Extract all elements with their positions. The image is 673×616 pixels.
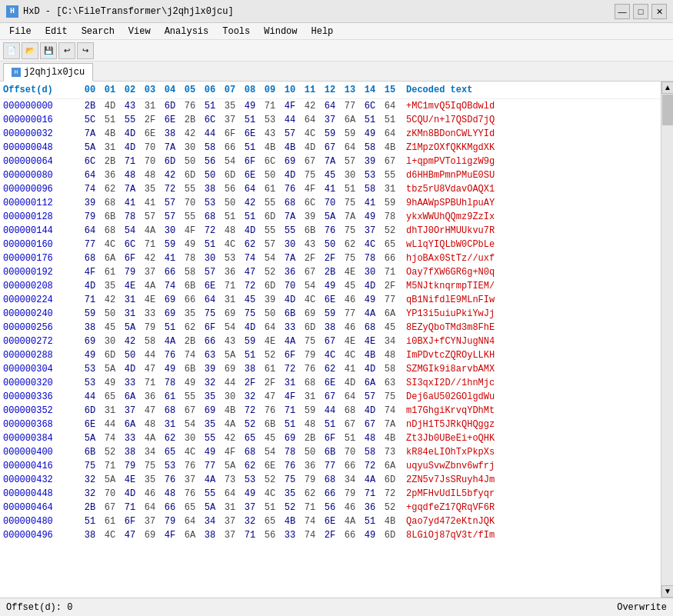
hex-byte: 31: [100, 405, 120, 417]
hex-byte: 6D: [380, 529, 400, 541]
hex-header-col: 12: [320, 85, 340, 95]
hex-byte: 79: [120, 266, 140, 278]
table-row[interactable]: 00000032053493371784932442F2F31686E4D6A6…: [0, 376, 661, 390]
table-row[interactable]: 0000004006B523834654C494F685478506B70587…: [0, 445, 661, 459]
toolbar-undo[interactable]: ↩: [58, 42, 75, 59]
hex-byte: 57: [140, 211, 160, 223]
table-row[interactable]: 00000008064364848426D506D6E504D754530535…: [0, 168, 661, 182]
table-row[interactable]: 000000272693042584A2B6643594E4A75674E4E3…: [0, 335, 661, 348]
row-decoded: 2pMFHvUdIL5bfyqr: [406, 488, 495, 500]
hex-byte: 49: [360, 529, 380, 541]
hex-byte: 64: [380, 100, 400, 112]
hex-byte: 71: [240, 529, 260, 541]
table-row[interactable]: 00000009674627A35725538566461764F4151583…: [0, 182, 661, 196]
table-row[interactable]: 000000176686A6F424178305374547A2F2F75786…: [0, 251, 661, 265]
hex-byte: 6D: [100, 349, 120, 361]
row-decoded: tbz5rU8VdavOAQX1: [406, 183, 495, 195]
hex-byte: 7A: [80, 128, 100, 140]
table-row[interactable]: 000000304535A4D47496B39693861727662414D5…: [0, 362, 661, 376]
table-row[interactable]: 000000160774C6C715949514C6257304350624C6…: [0, 238, 661, 251]
hex-byte: 36: [100, 169, 120, 181]
toolbar-new[interactable]: 📄: [3, 42, 20, 59]
close-button[interactable]: ✕: [651, 4, 667, 19]
menu-window[interactable]: Window: [258, 25, 303, 38]
hex-byte: 66: [200, 335, 220, 348]
row-offset: 000000448: [3, 488, 80, 500]
menu-help[interactable]: Help: [305, 25, 340, 38]
menu-view[interactable]: View: [122, 25, 157, 38]
app-icon: H: [6, 5, 18, 18]
hex-byte: 51: [240, 114, 260, 126]
table-row[interactable]: 0000004642B67716466655A31375152715646365…: [0, 501, 661, 514]
hex-byte: 6E: [140, 128, 160, 140]
table-row[interactable]: 000000496384C47694F6A3837715633742F66496…: [0, 528, 661, 542]
scrollbar[interactable]: ▲ ▼: [661, 82, 673, 598]
hex-byte: 68: [200, 211, 220, 223]
hex-byte: 35: [180, 308, 200, 320]
menu-analysis[interactable]: Analysis: [158, 25, 215, 38]
table-row[interactable]: 000000288496D50447674635A51526F794C4C4B4…: [0, 348, 661, 362]
tab-file[interactable]: H j2qhjlx0jcu: [3, 63, 93, 82]
hex-byte: 38: [120, 446, 140, 458]
table-row[interactable]: 0000003526D3137476867694B7276715944684D7…: [0, 404, 661, 418]
table-row[interactable]: 0000003845A74334A623055426545692B6F51484…: [0, 431, 661, 445]
table-row[interactable]: 00000011239684141577053504255686C7075415…: [0, 196, 661, 210]
table-row[interactable]: 00000025638455A7951626F544D64336D3846684…: [0, 321, 661, 335]
table-row[interactable]: 0000002084D354E4A746B6E71726D705449454D2…: [0, 279, 661, 293]
table-row[interactable]: 0000001446468544A304F72484D55556B7675375…: [0, 224, 661, 238]
table-row[interactable]: 0000003686E446A483154354A526B51485167677…: [0, 418, 661, 431]
hex-byte: 5A: [220, 460, 240, 472]
hex-byte: 4F: [280, 391, 300, 403]
hex-byte: 42: [180, 128, 200, 140]
table-row[interactable]: 00000048051616F377964343732654B746E4A514…: [0, 514, 661, 528]
row-offset: 000000368: [3, 418, 80, 431]
toolbar-open[interactable]: 📂: [22, 42, 38, 59]
hex-header-col: 06: [200, 85, 220, 95]
hex-byte: 53: [360, 169, 380, 181]
hex-byte: 6D: [380, 474, 400, 486]
table-row[interactable]: 0000000002B4D43316D76513549714F4264776C6…: [0, 99, 661, 113]
hex-byte: 48: [360, 432, 380, 445]
table-row[interactable]: 00000044832704D4648765564494C35626679717…: [0, 487, 661, 501]
scroll-up-button[interactable]: ▲: [661, 82, 673, 94]
hex-byte: 6B: [180, 280, 200, 292]
table-row[interactable]: 000000416757179755376775A626E76367766726…: [0, 459, 661, 473]
menu-tools[interactable]: Tools: [216, 25, 256, 38]
menu-file[interactable]: File: [3, 25, 38, 38]
hex-byte: 65: [240, 432, 260, 445]
table-row[interactable]: 000000432325A4E3576374A735352757968344A6…: [0, 473, 661, 487]
table-row[interactable]: 0000000165C51552F6E2B6C3751534464376A515…: [0, 113, 661, 127]
table-row[interactable]: 0000000485A314D707A305866514B4B4D6764584…: [0, 141, 661, 155]
hex-byte: 44: [280, 114, 300, 126]
hex-byte: 34: [380, 335, 400, 348]
hex-byte: 61: [260, 363, 280, 375]
toolbar-redo[interactable]: ↪: [77, 42, 94, 59]
row-offset: 000000144: [3, 225, 80, 237]
hex-byte: 6F: [320, 432, 340, 445]
hex-byte: 79: [80, 211, 100, 223]
table-row[interactable]: 0000000327A4B4D6E3842446F6E43574C5959496…: [0, 127, 661, 141]
row-decoded: l+qpmPVToligzW9g: [406, 155, 495, 168]
minimize-button[interactable]: —: [615, 4, 630, 19]
maximize-button[interactable]: □: [633, 4, 648, 19]
hex-byte: 51: [240, 349, 260, 361]
table-row[interactable]: 00000033644656A366155353032474F316764577…: [0, 390, 661, 404]
hex-byte: 6E: [320, 515, 340, 528]
table-row[interactable]: 0000000646C2B71706D5056546F6C69677A57396…: [0, 155, 661, 168]
hex-header-col: 07: [220, 85, 240, 95]
hex-body[interactable]: 0000000002B4D43316D76513549714F4264776C6…: [0, 99, 661, 598]
table-row[interactable]: 000000240595031336935756975506B6959774A6…: [0, 307, 661, 321]
menu-edit[interactable]: Edit: [39, 25, 74, 38]
table-row[interactable]: 0000001924F61793766585736475236672B4E307…: [0, 265, 661, 279]
table-row[interactable]: 0000002247142314E6966643145394D4C6E46497…: [0, 293, 661, 307]
table-row[interactable]: 000000128796B785757556851516D7A395A7A497…: [0, 210, 661, 224]
scroll-down-button[interactable]: ▼: [661, 585, 673, 598]
hex-byte: 4F: [80, 266, 100, 278]
hex-byte: 7A: [160, 142, 180, 154]
hex-byte: 4B: [260, 142, 280, 154]
hex-byte: 7A: [280, 252, 300, 265]
hex-byte: 37: [140, 515, 160, 528]
toolbar-save[interactable]: 💾: [40, 42, 57, 59]
hex-byte: 58: [380, 363, 400, 375]
menu-search[interactable]: Search: [75, 25, 121, 38]
